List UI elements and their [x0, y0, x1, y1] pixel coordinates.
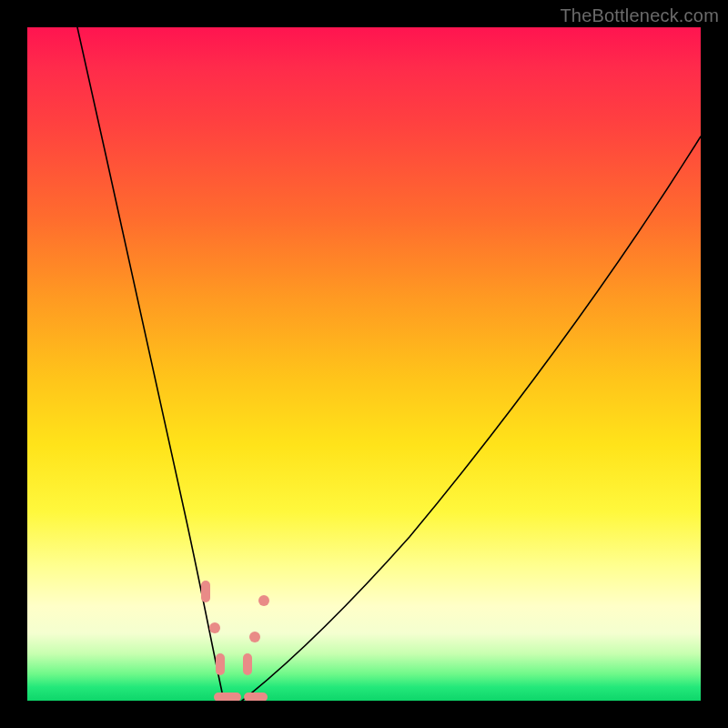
chart-frame [27, 27, 701, 701]
marker-right-3 [243, 653, 252, 675]
marker-floor-2 [244, 693, 268, 701]
right-curve [242, 136, 701, 701]
marker-left-1 [201, 581, 210, 602]
marker-right-2 [249, 632, 260, 642]
chart-svg [27, 27, 701, 701]
watermark-text: TheBottleneck.com [560, 5, 719, 26]
marker-left-2 [209, 622, 220, 633]
marker-right-1 [258, 595, 269, 606]
marker-floor-1 [214, 693, 241, 701]
marker-left-3 [216, 653, 225, 675]
